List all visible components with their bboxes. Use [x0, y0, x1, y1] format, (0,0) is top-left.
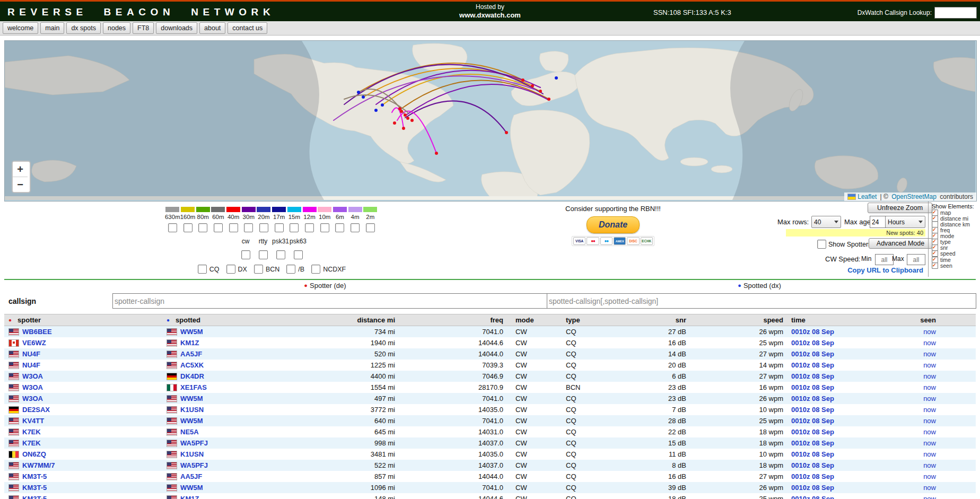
spotter-callsign-link[interactable]: VE6WZ — [22, 339, 46, 347]
spot-time-link[interactable]: 0010z 08 Sep — [791, 361, 834, 369]
nav-item-nodes[interactable]: nodes — [103, 22, 130, 34]
band-checkbox-10m[interactable] — [320, 223, 329, 232]
seen-link[interactable]: now — [923, 328, 936, 336]
spotted-callsign-link[interactable]: WW5M — [180, 328, 203, 336]
show-spotters-checkbox[interactable] — [817, 240, 826, 249]
seen-link[interactable]: now — [923, 372, 936, 380]
nav-item-welcome[interactable]: welcome — [3, 22, 38, 34]
band-checkbox-60m[interactable] — [214, 223, 223, 232]
unfreeze-zoom-button[interactable]: Unfreeze Zoom — [868, 203, 932, 213]
nav-item-ft8[interactable]: FT8 — [133, 22, 154, 34]
spot-time-link[interactable]: 0010z 08 Sep — [791, 383, 834, 391]
type-checkbox-dx[interactable] — [226, 265, 235, 274]
band-checkbox-20m[interactable] — [259, 223, 268, 232]
cw-max-input[interactable] — [907, 254, 925, 265]
spotter-callsign-link[interactable]: NU4F — [22, 361, 40, 369]
spot-time-link[interactable]: 0010z 08 Sep — [791, 484, 834, 492]
seen-link[interactable]: now — [923, 461, 936, 469]
zoom-in-button[interactable]: + — [13, 162, 28, 177]
spotted-callsign-link[interactable]: WW5M — [180, 395, 203, 402]
type-checkbox-b[interactable] — [286, 265, 295, 274]
spot-time-link[interactable]: 0010z 08 Sep — [791, 372, 834, 380]
spotter-callsign-link[interactable]: KM3T-5 — [22, 495, 47, 499]
spotted-callsign-link[interactable]: AC5XK — [180, 361, 204, 369]
paypal-donate-button[interactable]: Donate — [587, 216, 640, 233]
propagation-map[interactable]: + − Leaflet | © OpenStreetMap contributo… — [4, 40, 977, 202]
type-checkbox-ncdxf[interactable] — [311, 265, 320, 274]
spotted-callsign-link[interactable]: WA5PFJ — [180, 461, 208, 469]
spotter-callsign-link[interactable]: NU4F — [22, 350, 40, 358]
seen-link[interactable]: now — [923, 472, 936, 480]
advanced-mode-button[interactable]: Advanced Mode — [869, 238, 932, 249]
spot-time-link[interactable]: 0010z 08 Sep — [791, 395, 834, 402]
max-age-input[interactable] — [870, 216, 887, 228]
spotted-callsign-link[interactable]: WA5PFJ — [180, 439, 208, 447]
spotter-callsign-link[interactable]: KV4TT — [22, 417, 44, 425]
spotted-callsign-link[interactable]: NE5A — [180, 428, 199, 436]
nav-item-downloads[interactable]: downloads — [156, 22, 197, 34]
band-checkbox-17m[interactable] — [275, 223, 284, 232]
band-checkbox-4m[interactable] — [351, 223, 360, 232]
spotter-callsign-link[interactable]: ON6ZQ — [22, 450, 46, 458]
hosted-by-link[interactable]: www.dxwatch.com — [459, 11, 521, 20]
band-checkbox-80m[interactable] — [198, 223, 207, 232]
spotted-callsign-link[interactable]: WW5M — [180, 484, 203, 492]
seen-link[interactable]: now — [923, 361, 936, 369]
openstreetmap-link[interactable]: OpenStreetMap — [891, 193, 937, 200]
band-checkbox-40m[interactable] — [229, 223, 238, 232]
spotted-callsign-link[interactable]: AA5JF — [180, 472, 202, 480]
lookup-input[interactable] — [934, 7, 977, 19]
spot-time-link[interactable]: 0010z 08 Sep — [791, 450, 834, 458]
spotted-callsign-link[interactable]: AA5JF — [180, 350, 202, 358]
seen-link[interactable]: now — [923, 484, 936, 492]
copy-url-link[interactable]: Copy URL to Clipboard — [844, 266, 923, 274]
spot-time-link[interactable]: 0010z 08 Sep — [791, 428, 834, 436]
mode-checkbox-psk31[interactable] — [276, 250, 285, 259]
spot-time-link[interactable]: 0010z 08 Sep — [791, 495, 834, 499]
spot-time-link[interactable]: 0010z 08 Sep — [791, 417, 834, 425]
spotter-callsign-link[interactable]: KM3T-5 — [22, 472, 47, 480]
show-element-checkbox[interactable] — [932, 262, 938, 269]
spotted-callsign-input[interactable] — [547, 293, 976, 309]
max-rows-select[interactable]: 40 — [811, 216, 841, 228]
type-checkbox-bcn[interactable] — [254, 265, 263, 274]
band-checkbox-12m[interactable] — [305, 223, 314, 232]
spotter-callsign-link[interactable]: KM3T-5 — [22, 484, 47, 492]
spotted-callsign-link[interactable]: WW5M — [180, 417, 203, 425]
spot-time-link[interactable]: 0010z 08 Sep — [791, 328, 834, 336]
spotter-callsign-link[interactable]: W3OA — [22, 395, 43, 402]
band-checkbox-6m[interactable] — [335, 223, 344, 232]
spotter-callsign-link[interactable]: KW7MM/7 — [22, 461, 55, 469]
spotted-callsign-link[interactable]: K1USN — [180, 406, 204, 414]
spotter-callsign-link[interactable]: WB6BEE — [22, 328, 52, 336]
type-checkbox-cq[interactable] — [198, 265, 207, 274]
spotted-callsign-link[interactable]: KM1Z — [180, 495, 199, 499]
spotter-callsign-link[interactable]: DE2SAX — [22, 406, 50, 414]
spot-time-link[interactable]: 0010z 08 Sep — [791, 461, 834, 469]
spot-time-link[interactable]: 0010z 08 Sep — [791, 439, 834, 447]
mode-checkbox-psk63[interactable] — [294, 250, 303, 259]
mode-checkbox-cw[interactable] — [241, 250, 250, 259]
nav-item-main[interactable]: main — [40, 22, 64, 34]
seen-link[interactable]: now — [923, 339, 936, 347]
spot-time-link[interactable]: 0010z 08 Sep — [791, 406, 834, 414]
nav-item-about[interactable]: about — [199, 22, 225, 34]
nav-item-dx-spots[interactable]: dx spots — [66, 22, 101, 34]
spot-time-link[interactable]: 0010z 08 Sep — [791, 472, 834, 480]
spotted-callsign-link[interactable]: K1USN — [180, 450, 204, 458]
spot-time-link[interactable]: 0010z 08 Sep — [791, 339, 834, 347]
seen-link[interactable]: now — [923, 350, 936, 358]
seen-link[interactable]: now — [923, 428, 936, 436]
spotter-callsign-input[interactable] — [112, 293, 548, 309]
band-checkbox-15m[interactable] — [290, 223, 299, 232]
leaflet-link[interactable]: Leaflet — [858, 193, 877, 200]
seen-link[interactable]: now — [923, 495, 936, 499]
seen-link[interactable]: now — [923, 383, 936, 391]
spotted-callsign-link[interactable]: XE1FAS — [180, 383, 207, 391]
seen-link[interactable]: now — [923, 395, 936, 402]
spot-time-link[interactable]: 0010z 08 Sep — [791, 350, 834, 358]
band-checkbox-160m[interactable] — [183, 223, 192, 232]
spotted-callsign-link[interactable]: DK4DR — [180, 372, 204, 380]
spotter-callsign-link[interactable]: W3OA — [22, 372, 43, 380]
spotter-callsign-link[interactable]: K7EK — [22, 439, 41, 447]
